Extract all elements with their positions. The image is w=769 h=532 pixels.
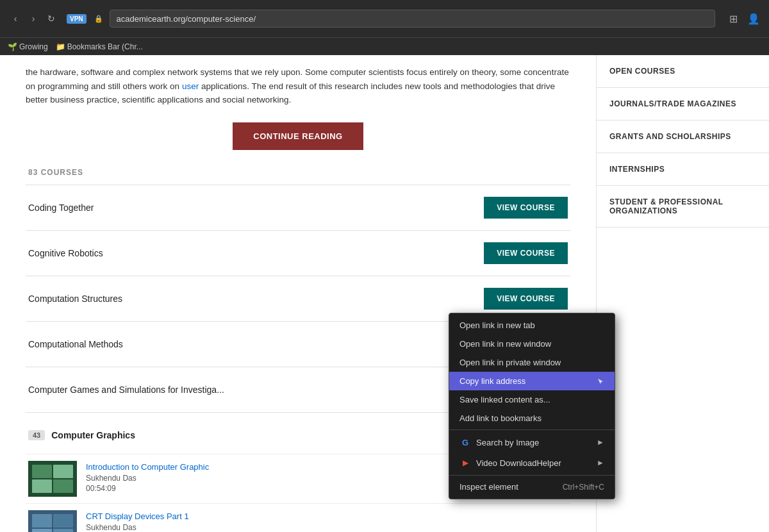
context-inspect-element[interactable]: Inspect element Ctrl+Shift+C: [449, 478, 615, 496]
thumb-cell: [53, 514, 73, 528]
context-add-bookmark[interactable]: Add link to bookmarks: [449, 409, 615, 428]
user-link[interactable]: user: [182, 81, 199, 91]
sidebar-item-internships[interactable]: INTERNSHIPS: [597, 153, 769, 186]
continue-reading-button[interactable]: CONTINUE READING: [233, 122, 363, 150]
context-open-new-window[interactable]: Open link in new window: [449, 335, 615, 353]
section-count-badge: 43: [28, 430, 45, 440]
intro-text: the hardware, software and complex netwo…: [26, 65, 570, 107]
course-title-link-crt[interactable]: CRT Display Devices Part 1: [86, 511, 189, 521]
thumb-cell: [53, 465, 73, 478]
view-course-computation-structures[interactable]: VIEW COURSE: [484, 288, 568, 310]
profile-button[interactable]: 👤: [746, 11, 761, 26]
page-content: the hardware, software and complex netwo…: [0, 55, 769, 532]
thumb-cell: [32, 529, 52, 532]
thumbnail-image: [28, 510, 77, 532]
thumb-cell: [32, 479, 52, 493]
course-name-computational-methods: Computational Methods: [28, 339, 123, 349]
context-menu: Open link in new tab Open link in new wi…: [449, 313, 615, 499]
section-name-computer-graphics: Computer Graphics: [51, 430, 485, 440]
course-row: Coding Together VIEW COURSE: [26, 185, 570, 230]
context-item-label: Open link in private window: [459, 358, 604, 367]
back-button[interactable]: ‹: [8, 11, 23, 26]
submenu-arrow: ►: [597, 438, 604, 447]
reload-button[interactable]: ↻: [44, 11, 59, 26]
context-save-linked[interactable]: Save linked content as...: [449, 390, 615, 409]
context-item-shortcut: Ctrl+Shift+C: [563, 483, 604, 492]
sidebar-item-student-orgs[interactable]: STUDENT & PROFESSIONAL ORGANIZATIONS: [597, 186, 769, 228]
bookmarks-bar: 🌱 Growing 📁 Bookmarks Bar (Chr...: [0, 37, 769, 55]
context-item-label: Open link in new window: [459, 339, 604, 349]
browser-chrome: ‹ › ↻ VPN 🔒 ⊞ 👤: [0, 0, 769, 37]
folder-icon: 📁: [56, 42, 65, 51]
bookmark-growing[interactable]: 🌱 Growing: [8, 42, 48, 51]
bookmark-label: Growing: [19, 42, 48, 51]
sidebar-item-grants[interactable]: GRANTS AND SCHOLARSHIPS: [597, 121, 769, 153]
course-thumbnail: [28, 461, 77, 497]
view-course-cognitive-robotics[interactable]: VIEW COURSE: [484, 242, 568, 264]
course-item-card-crt: CRT Display Devices Part 1 Sukhendu Das …: [26, 503, 570, 532]
google-icon: G: [459, 436, 471, 448]
courses-count: 83 COURSES: [26, 168, 570, 177]
thumb-cell: [32, 465, 52, 478]
course-title-link-intro-graphics[interactable]: Introduction to Computer Graphic: [86, 462, 209, 472]
context-item-label: Inspect element: [459, 482, 558, 492]
submenu-arrow: ►: [597, 458, 604, 467]
nav-buttons: ‹ › ↻: [8, 11, 59, 26]
context-copy-link[interactable]: Copy link address: [449, 372, 615, 390]
course-name-coding-together: Coding Together: [28, 203, 94, 213]
sidebar-item-open-courses[interactable]: OPEN COURSES: [597, 55, 769, 88]
course-name-cognitive-robotics: Cognitive Robotics: [28, 248, 103, 258]
view-course-coding-together[interactable]: VIEW COURSE: [484, 197, 568, 219]
right-sidebar: OPEN COURSES JOURNALS/TRADE MAGAZINES GR…: [596, 55, 769, 532]
context-divider: [449, 429, 615, 430]
course-info: CRT Display Devices Part 1 Sukhendu Das …: [86, 510, 568, 532]
browser-actions: ⊞ 👤: [725, 11, 761, 26]
course-thumbnail: [28, 510, 77, 532]
lock-icon: 🔒: [94, 15, 103, 23]
course-author-crt: Sukhendu Das: [86, 523, 568, 532]
thumb-cell: [53, 529, 73, 532]
context-item-label: Add link to bookmarks: [459, 413, 604, 423]
course-name-computation-structures: Computation Structures: [28, 294, 122, 304]
context-video-downloader[interactable]: ▶ Video DownloadHelper ►: [449, 453, 615, 473]
bookmark-bookmarks-bar[interactable]: 📁 Bookmarks Bar (Chr...: [56, 42, 143, 51]
bookmark-icon: 🌱: [8, 42, 17, 51]
context-item-label: Copy link address: [459, 376, 591, 386]
context-item-label: Search by Image: [476, 438, 591, 447]
thumb-cell: [53, 479, 73, 493]
context-open-private[interactable]: Open link in private window: [449, 353, 615, 372]
sidebar-item-journals[interactable]: JOURNALS/TRADE MAGAZINES: [597, 88, 769, 121]
context-item-label: Save linked content as...: [459, 395, 604, 404]
bookmark-bar-label: Bookmarks Bar (Chr...: [67, 42, 143, 51]
extensions-button[interactable]: ⊞: [725, 11, 741, 26]
address-bar[interactable]: [110, 10, 715, 28]
context-open-new-tab[interactable]: Open link in new tab: [449, 316, 615, 335]
thumb-cell: [32, 514, 52, 528]
thumbnail-image: [28, 461, 77, 497]
context-item-label: Open link in new tab: [459, 320, 604, 330]
context-search-image[interactable]: G Search by Image ►: [449, 432, 615, 453]
vpn-badge: VPN: [67, 14, 87, 24]
context-item-label: Video DownloadHelper: [476, 458, 591, 468]
context-divider: [449, 475, 615, 476]
forward-button[interactable]: ›: [26, 11, 41, 26]
course-name-computer-games: Computer Games and Simulations for Inves…: [28, 385, 224, 395]
cursor-icon: [597, 378, 604, 385]
course-row: Cognitive Robotics VIEW COURSE: [26, 230, 570, 276]
vdh-icon: ▶: [459, 457, 471, 469]
